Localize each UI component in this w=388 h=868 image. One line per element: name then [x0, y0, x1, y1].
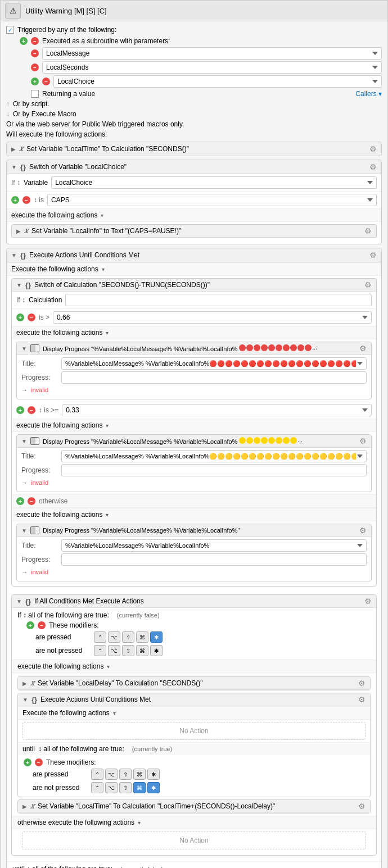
mod-shift-1[interactable]: ⇧ [122, 631, 134, 643]
execute-collapse-5[interactable]: ▾ [106, 512, 109, 518]
mod-alt-4[interactable]: ⌥ [105, 782, 118, 793]
mod-ctrl-1[interactable]: ⌃ [94, 631, 106, 643]
add-subroutine-btn[interactable]: + [20, 37, 28, 45]
gear-3[interactable]: ⚙ [364, 226, 372, 235]
remove-mod-btn[interactable]: − [38, 621, 46, 629]
execute-collapse-4[interactable]: ▾ [106, 422, 109, 429]
subroutine-label: Executed as a subroutine with parameters… [42, 37, 170, 45]
param-2-select[interactable]: LocalSeconds [42, 61, 382, 74]
returning-checkbox[interactable] [31, 90, 39, 98]
mod-star-3[interactable]: ✱ [147, 769, 160, 780]
execute-bar-5: execute the following actions ▾ [12, 508, 376, 521]
if-calc-label: If ↕ [16, 296, 25, 304]
gear-10[interactable]: ⚙ [358, 679, 366, 688]
gear-9[interactable]: ⚙ [364, 597, 372, 606]
remove-gte-btn[interactable]: − [28, 406, 35, 414]
otherwise-execute-collapse[interactable]: ▾ [138, 820, 141, 826]
variable-select[interactable]: LocalChoice [51, 176, 377, 189]
dp3-title-select[interactable]: %Variable%LocalMessage% %Variable%LocalI… [61, 539, 367, 552]
collapse-3[interactable]: ▶ [16, 228, 21, 234]
mod-star-2[interactable]: ✱ [150, 645, 163, 656]
mod-shift-2[interactable]: ⇧ [122, 645, 134, 656]
gear-4[interactable]: ⚙ [369, 251, 377, 260]
gear-8[interactable]: ⚙ [359, 526, 367, 535]
progress-label-1: Progress: [21, 374, 58, 381]
mod-star-4[interactable]: ✱ [147, 782, 160, 793]
add-otherwise-btn[interactable]: + [16, 497, 24, 505]
add-gte-btn[interactable]: + [16, 406, 24, 414]
mod-ctrl-2[interactable]: ⌃ [94, 645, 106, 656]
add-mod-btn[interactable]: + [26, 621, 34, 629]
mod-ctrl-3[interactable]: ⌃ [91, 769, 103, 780]
calc-input[interactable]: SECONDS()-TRUNC(SECONDS()) [65, 294, 372, 306]
execute-collapse-6[interactable]: ▾ [107, 664, 110, 670]
collapse-4[interactable]: ▼ [11, 252, 17, 258]
gear-5[interactable]: ⚙ [364, 280, 372, 289]
caps-select[interactable]: CAPS [47, 194, 377, 206]
mod-cmd-2[interactable]: ⌘ [136, 645, 148, 656]
mod-alt-3[interactable]: ⌥ [105, 769, 118, 780]
gt-select[interactable]: 0.66 [53, 311, 372, 324]
collapse-12[interactable]: ▶ [22, 803, 27, 810]
mod-cmd-4[interactable]: ⌘ [133, 782, 146, 793]
title-bar: ⚠ Utility Warning [M] [S] [C] [1, 1, 387, 21]
execute-collapse-2[interactable]: ▾ [102, 266, 105, 272]
dp3-progress-input[interactable]: 100-(SECONDS()-LocalTime)/LocalSeconds*1… [61, 553, 367, 566]
execute-collapse-7[interactable]: ▾ [113, 710, 116, 716]
remove-subroutine-btn[interactable]: − [31, 37, 39, 45]
remove-condition-btn[interactable]: − [22, 196, 30, 204]
collapse-7[interactable]: ▼ [21, 438, 27, 444]
dp2-progress-input[interactable]: 100-(SECONDS()-LocalTime)/LocalSeconds*1… [61, 464, 367, 476]
param-1-select[interactable]: LocalMessage [42, 47, 382, 60]
mod-star-1[interactable]: ✱ [150, 631, 163, 643]
otherwise-execute-label: otherwise execute the following actions [17, 819, 134, 826]
gear-1[interactable]: ⚙ [369, 144, 377, 153]
add-gt-btn[interactable]: + [16, 313, 24, 321]
collapse-11[interactable]: ▼ [22, 697, 28, 703]
dp2-title-select[interactable]: %Variable%LocalMessage% %Variable%LocalI… [61, 450, 367, 462]
collapse-9[interactable]: ▼ [16, 598, 22, 605]
are-not-pressed-2-label: are not pressed [33, 784, 89, 792]
add-mod-btn-2[interactable]: + [24, 758, 31, 766]
remove-mod-btn-2[interactable]: − [35, 758, 43, 766]
remove-param-2[interactable]: − [31, 63, 39, 71]
gear-2[interactable]: ⚙ [369, 162, 377, 171]
mod-cmd-3[interactable]: ⌘ [133, 769, 146, 780]
remove-param-1[interactable]: − [31, 49, 39, 57]
execute-collapse-1[interactable]: ▾ [101, 212, 103, 219]
dp1-progress-input[interactable]: 100-(SECONDS()-LocalTime)/LocalSeconds*1… [61, 371, 367, 384]
remove-otherwise-btn[interactable]: − [28, 497, 35, 505]
dp2-title: Display Progress "%Variable%LocalMessage… [43, 437, 356, 445]
otherwise-execute-bar: otherwise execute the following actions … [12, 816, 376, 829]
gte-select[interactable]: 0.33 [62, 404, 372, 416]
all-of-following-label: ↕ all of the following are true: [38, 745, 124, 753]
add-condition-btn[interactable]: + [11, 196, 19, 204]
add-param-3-btn[interactable]: + [31, 78, 39, 85]
mod-cmd-1[interactable]: ⌘ [136, 631, 148, 643]
dp1-title-select[interactable]: %Variable%LocalMessage% %Variable%LocalI… [61, 357, 367, 370]
collapse-8[interactable]: ▼ [21, 528, 27, 534]
mod-ctrl-4[interactable]: ⌃ [91, 782, 103, 793]
gear-7[interactable]: ⚙ [359, 437, 367, 446]
remove-param-3[interactable]: − [42, 78, 50, 85]
gear-11[interactable]: ⚙ [358, 695, 366, 704]
mod-alt-1[interactable]: ⌥ [108, 631, 120, 643]
collapse-10[interactable]: ▶ [22, 680, 27, 687]
gear-12[interactable]: ⚙ [358, 802, 366, 811]
mod-shift-4[interactable]: ⇧ [119, 782, 132, 793]
execute-bar-2: Execute the following actions ▾ [7, 262, 381, 276]
switch-title: Switch of Variable "LocalChoice" [29, 163, 366, 171]
callers-button[interactable]: Callers ▾ [355, 90, 382, 98]
execute-collapse-3[interactable]: ▾ [106, 330, 109, 336]
no-action-2: No Action [22, 831, 366, 849]
collapse-5[interactable]: ▼ [16, 282, 22, 288]
collapse-arrow-1[interactable]: ▶ [11, 146, 16, 152]
trigger-checkbox[interactable] [6, 26, 14, 34]
mod-alt-2[interactable]: ⌥ [108, 645, 120, 656]
mod-shift-3[interactable]: ⇧ [119, 769, 132, 780]
remove-gt-btn[interactable]: − [28, 313, 35, 321]
collapse-arrow-2[interactable]: ▼ [11, 164, 17, 170]
param-3-select[interactable]: LocalChoice [53, 75, 382, 88]
collapse-6[interactable]: ▼ [21, 346, 27, 352]
gear-6[interactable]: ⚙ [359, 344, 367, 353]
